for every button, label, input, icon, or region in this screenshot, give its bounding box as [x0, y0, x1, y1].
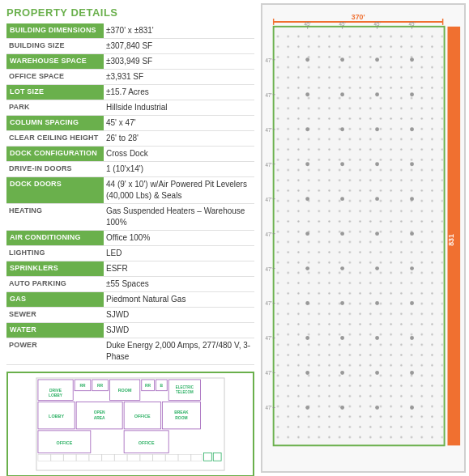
svg-text:47': 47' [265, 162, 271, 168]
svg-point-102 [340, 197, 344, 201]
svg-point-100 [410, 162, 414, 166]
detail-row: PowerDuke Energy 2,000 Amps, 277/480 V, … [6, 338, 254, 365]
detail-row: Building Dimensions±370' x ±831' [6, 23, 254, 39]
svg-point-88 [410, 57, 414, 62]
svg-point-97 [305, 162, 309, 166]
svg-text:47': 47' [265, 92, 271, 98]
detail-value: 44 (9' x 10') w/Air Powered Pit Levelers… [104, 177, 254, 204]
svg-text:831: 831 [447, 234, 455, 246]
svg-point-92 [410, 92, 414, 96]
detail-row: LightingLED [6, 246, 254, 261]
detail-row: Column Spacing45' x 47' [6, 116, 254, 131]
svg-point-95 [375, 127, 379, 131]
detail-label: Clear Ceiling Height [6, 131, 104, 147]
svg-point-96 [410, 127, 414, 131]
svg-point-90 [340, 92, 344, 96]
svg-text:47': 47' [265, 405, 271, 410]
detail-value: ±3,931 SF [104, 70, 254, 85]
svg-point-115 [375, 301, 379, 305]
detail-value: LED [104, 246, 254, 261]
detail-value: ±307,840 SF [104, 39, 254, 54]
detail-value: 1 (10'x14') [104, 162, 254, 177]
svg-point-110 [340, 266, 344, 270]
svg-text:OFFICE: OFFICE [134, 414, 151, 419]
detail-row: Lot Size±15.7 Acres [6, 85, 254, 100]
svg-text:45': 45' [339, 21, 345, 27]
svg-text:47': 47' [265, 232, 271, 237]
svg-text:DRIVE: DRIVE [49, 389, 62, 393]
detail-row: Auto Parking±55 Spaces [6, 277, 254, 292]
svg-point-123 [375, 371, 379, 375]
detail-label: Water [6, 323, 104, 338]
building-diagram: 370' 831 47' 47' 47' 47' [261, 3, 466, 473]
detail-value: Duke Energy 2,000 Amps, 277/480 V, 3-Pha… [104, 338, 254, 365]
detail-label: Building Dimensions [6, 23, 104, 39]
svg-text:RR: RR [97, 384, 104, 388]
svg-point-103 [375, 197, 379, 201]
detail-label: Dock Doors [6, 177, 104, 204]
detail-value: 45' x 47' [104, 116, 254, 131]
svg-text:47': 47' [265, 127, 271, 133]
detail-label: Office Space [6, 70, 104, 85]
svg-point-112 [410, 266, 414, 270]
svg-point-101 [305, 197, 309, 201]
detail-row: WaterSJWD [6, 323, 254, 338]
floor-plan-svg: DRIVE LOBBY RR RR ROOM RR B ELEC [11, 376, 249, 472]
svg-text:47': 47' [265, 266, 271, 272]
svg-point-114 [340, 301, 344, 305]
svg-point-98 [340, 162, 344, 166]
svg-text:RR: RR [79, 384, 86, 388]
details-table: Building Dimensions±370' x ±831'Building… [6, 23, 254, 365]
svg-point-120 [410, 336, 414, 340]
svg-text:45': 45' [408, 21, 415, 27]
detail-label: Warehouse Space [6, 54, 104, 70]
detail-row: Air ConditioningOffice 100% [6, 231, 254, 246]
detail-label: Lighting [6, 246, 104, 261]
svg-text:OFFICE: OFFICE [57, 440, 73, 445]
detail-row: HeatingGas Suspended Heaters – Warehouse… [6, 204, 254, 231]
svg-text:LOBBY: LOBBY [49, 414, 64, 419]
svg-point-91 [375, 92, 379, 96]
detail-row: GasPiedmont Natural Gas [6, 292, 254, 308]
svg-text:ROOM: ROOM [118, 388, 132, 393]
detail-label: Air Conditioning [6, 231, 104, 246]
svg-text:47': 47' [265, 370, 271, 376]
detail-value: ±55 Spaces [104, 277, 254, 292]
svg-text:OPEN: OPEN [94, 410, 105, 414]
svg-text:47': 47' [265, 300, 271, 306]
svg-point-127 [375, 406, 379, 410]
svg-text:ROOM: ROOM [175, 416, 187, 420]
panel-title: PROPERTY DETAILS [6, 6, 254, 19]
detail-label: Auto Parking [6, 277, 104, 292]
detail-label: Gas [6, 292, 104, 308]
detail-label: Sprinklers [6, 261, 104, 277]
detail-value: ±370' x ±831' [104, 23, 254, 39]
svg-point-87 [375, 57, 379, 62]
detail-row: Building Size±307,840 SF [6, 39, 254, 54]
svg-rect-45 [213, 453, 221, 461]
svg-text:ELECTRIC: ELECTRIC [176, 385, 194, 389]
svg-text:47': 47' [265, 197, 271, 202]
svg-point-104 [410, 197, 414, 201]
svg-text:BREAK: BREAK [174, 410, 189, 414]
detail-row: Office Space±3,931 SF [6, 70, 254, 85]
svg-rect-31 [38, 454, 203, 461]
svg-text:47': 47' [265, 335, 271, 341]
detail-label: Heating [6, 204, 104, 231]
detail-value: Piedmont Natural Gas [104, 292, 254, 308]
right-panel: 370' 831 47' 47' 47' 47' [259, 0, 469, 476]
svg-point-109 [305, 266, 309, 270]
detail-value: ESFR [104, 261, 254, 277]
detail-row: ParkHillside Industrial [6, 100, 254, 116]
svg-point-107 [375, 232, 379, 236]
detail-label: Column Spacing [6, 116, 104, 131]
svg-point-85 [305, 57, 309, 62]
svg-point-125 [305, 406, 309, 410]
svg-point-105 [305, 232, 309, 236]
svg-point-117 [305, 336, 309, 340]
detail-label: Building Size [6, 39, 104, 54]
svg-point-106 [340, 232, 344, 236]
svg-point-119 [375, 336, 379, 340]
svg-text:TELECOM: TELECOM [176, 390, 194, 394]
left-panel: PROPERTY DETAILS Building Dimensions±370… [0, 0, 259, 476]
